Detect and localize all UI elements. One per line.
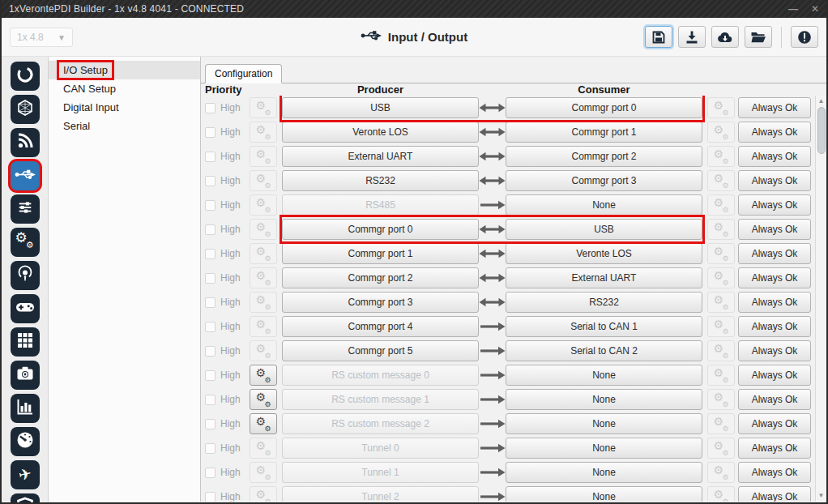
producer-button[interactable]: External UART bbox=[282, 146, 479, 167]
nav-item-digital-input[interactable]: Digital Input bbox=[49, 98, 200, 117]
consumer-button[interactable]: None bbox=[506, 194, 702, 216]
always-ok-button[interactable]: Always Ok bbox=[738, 267, 811, 288]
priority-checkbox[interactable] bbox=[205, 273, 216, 284]
consumer-button[interactable]: None bbox=[506, 413, 702, 434]
consumer-button[interactable]: None bbox=[506, 462, 702, 483]
consumer-button[interactable]: USB bbox=[506, 219, 702, 240]
producer-button[interactable]: RS232 bbox=[282, 170, 479, 191]
priority-checkbox[interactable] bbox=[205, 224, 216, 235]
producer-button[interactable]: RS custom message 0 bbox=[282, 365, 479, 386]
close-button[interactable]: ✕ bbox=[811, 3, 819, 15]
producer-button[interactable]: Commgr port 5 bbox=[282, 340, 479, 361]
always-ok-button[interactable]: Always Ok bbox=[738, 170, 811, 191]
consumer-button[interactable]: RS232 bbox=[506, 292, 702, 313]
priority-checkbox[interactable] bbox=[205, 249, 216, 259]
always-ok-button[interactable]: Always Ok bbox=[738, 316, 811, 337]
always-ok-button[interactable]: Always Ok bbox=[738, 340, 811, 361]
always-ok-button[interactable]: Always Ok bbox=[738, 243, 811, 264]
producer-button[interactable]: Commgr port 4 bbox=[282, 316, 479, 337]
always-ok-button[interactable]: Always Ok bbox=[738, 413, 811, 434]
sidebar-tool-rss[interactable] bbox=[11, 128, 40, 157]
sidebar-tool-plane[interactable]: ✈ bbox=[11, 460, 40, 489]
sidebar-tool-shield[interactable] bbox=[11, 493, 40, 504]
import-button[interactable] bbox=[678, 26, 706, 48]
consumer-button[interactable]: None bbox=[506, 486, 702, 502]
scroll-up-icon[interactable]: ▲ bbox=[818, 96, 825, 106]
producer-button[interactable]: RS485 bbox=[282, 194, 479, 216]
priority-checkbox[interactable] bbox=[205, 200, 216, 211]
sidebar-tool-camera[interactable] bbox=[11, 361, 40, 390]
producer-button[interactable]: RS custom message 2 bbox=[282, 413, 479, 434]
priority-checkbox[interactable] bbox=[205, 370, 216, 381]
consumer-button[interactable]: Serial to CAN 2 bbox=[506, 340, 702, 361]
tab-configuration[interactable]: Configuration bbox=[205, 64, 282, 83]
consumer-button[interactable]: External UART bbox=[506, 267, 702, 288]
consumer-button[interactable]: Serial to CAN 1 bbox=[506, 316, 702, 337]
priority-checkbox[interactable] bbox=[205, 492, 216, 502]
consumer-button[interactable]: None bbox=[506, 365, 702, 386]
producer-button[interactable]: Commgr port 3 bbox=[282, 292, 479, 313]
minimize-button[interactable]: — bbox=[788, 3, 798, 15]
producer-button[interactable]: Tunnel 1 bbox=[282, 462, 479, 483]
cloud-download-button[interactable] bbox=[711, 26, 739, 48]
always-ok-button[interactable]: Always Ok bbox=[738, 292, 811, 313]
producer-button[interactable]: Veronte LOS bbox=[282, 122, 479, 143]
producer-button[interactable]: USB bbox=[282, 97, 479, 118]
scroll-down-icon[interactable]: ▼ bbox=[818, 490, 825, 501]
priority-checkbox[interactable] bbox=[205, 152, 216, 162]
sidebar-tool-bar-chart[interactable] bbox=[11, 394, 40, 423]
consumer-button[interactable]: Commgr port 1 bbox=[506, 122, 702, 143]
version-dropdown[interactable]: 1x 4.8 ▼ bbox=[10, 28, 73, 47]
consumer-button[interactable]: None bbox=[506, 389, 702, 410]
priority-checkbox[interactable] bbox=[205, 468, 216, 478]
nav-item-serial[interactable]: Serial bbox=[49, 117, 200, 135]
always-ok-button[interactable]: Always Ok bbox=[738, 219, 811, 240]
sidebar-tool-gauge[interactable] bbox=[11, 427, 40, 456]
consumer-button[interactable]: Veronte LOS bbox=[506, 243, 702, 264]
sidebar-tool-dial[interactable] bbox=[11, 62, 40, 91]
sidebar-tool-gamepad[interactable] bbox=[11, 294, 40, 323]
consumer-button[interactable]: None bbox=[506, 438, 702, 459]
producer-button[interactable]: Tunnel 2 bbox=[282, 486, 479, 502]
scrollbar-thumb[interactable] bbox=[817, 107, 826, 154]
info-button[interactable] bbox=[791, 26, 818, 48]
producer-button[interactable]: RS custom message 1 bbox=[282, 389, 479, 410]
always-ok-button[interactable]: Always Ok bbox=[738, 122, 811, 143]
consumer-button[interactable]: Commgr port 0 bbox=[506, 97, 702, 118]
producer-button[interactable]: Tunnel 0 bbox=[282, 438, 479, 459]
always-ok-button[interactable]: Always Ok bbox=[738, 438, 811, 459]
producer-button[interactable]: Commgr port 1 bbox=[282, 243, 479, 264]
producer-settings-button[interactable]: ⚙⚙ bbox=[250, 413, 277, 434]
always-ok-button[interactable]: Always Ok bbox=[738, 486, 811, 502]
priority-checkbox[interactable] bbox=[205, 346, 216, 357]
priority-checkbox[interactable] bbox=[205, 297, 216, 308]
producer-settings-button[interactable]: ⚙⚙ bbox=[250, 389, 277, 410]
priority-checkbox[interactable] bbox=[205, 395, 216, 405]
always-ok-button[interactable]: Always Ok bbox=[738, 146, 811, 167]
priority-checkbox[interactable] bbox=[205, 103, 216, 113]
producer-settings-button[interactable]: ⚙⚙ bbox=[250, 365, 277, 386]
priority-checkbox[interactable] bbox=[205, 322, 216, 332]
nav-item-io-setup[interactable]: I/O Setup bbox=[49, 61, 200, 79]
consumer-button[interactable]: Commgr port 2 bbox=[506, 146, 702, 167]
producer-button[interactable]: Commgr port 2 bbox=[282, 267, 479, 288]
sidebar-tool-gears[interactable]: ⚙⚙ bbox=[11, 228, 40, 257]
priority-checkbox[interactable] bbox=[205, 176, 216, 186]
nav-item-can-setup[interactable]: CAN Setup bbox=[49, 79, 200, 98]
priority-checkbox[interactable] bbox=[205, 443, 216, 454]
sidebar-tool-podcast[interactable] bbox=[11, 261, 40, 290]
consumer-button[interactable]: Commgr port 3 bbox=[506, 170, 702, 191]
sidebar-tool-grid[interactable] bbox=[11, 327, 40, 357]
always-ok-button[interactable]: Always Ok bbox=[738, 194, 811, 216]
sidebar-tool-sliders[interactable] bbox=[11, 194, 40, 224]
always-ok-button[interactable]: Always Ok bbox=[738, 462, 811, 483]
open-folder-button[interactable] bbox=[745, 26, 772, 48]
always-ok-button[interactable]: Always Ok bbox=[738, 365, 811, 386]
save-button[interactable] bbox=[645, 26, 672, 48]
priority-checkbox[interactable] bbox=[205, 127, 216, 138]
sidebar-tool-mesh-hexagon[interactable] bbox=[11, 95, 40, 124]
vertical-scrollbar[interactable]: ▲ ▼ bbox=[815, 96, 826, 502]
always-ok-button[interactable]: Always Ok bbox=[738, 97, 811, 118]
priority-checkbox[interactable] bbox=[205, 419, 216, 429]
sidebar-tool-usb[interactable] bbox=[11, 161, 40, 190]
